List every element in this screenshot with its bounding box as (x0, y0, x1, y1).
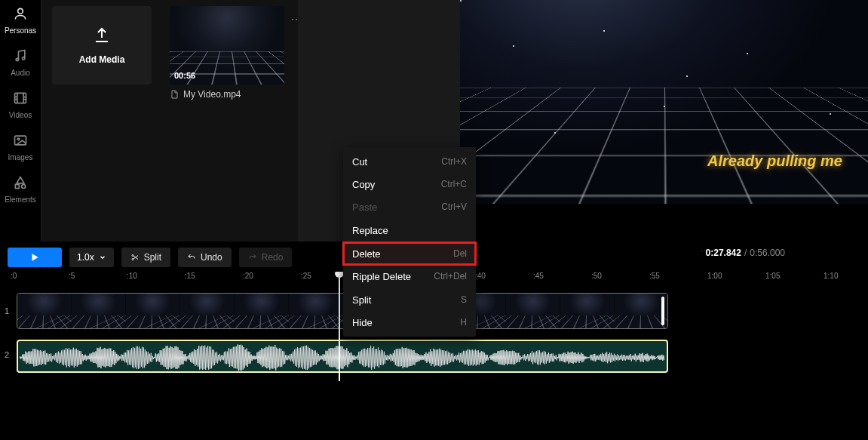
ruler-tick: :5 (69, 272, 75, 280)
current-time: 0:27.842 (706, 248, 741, 258)
menu-item-label: Copy (352, 179, 375, 190)
context-menu: CutCtrl+XCopyCtrl+CPasteCtrl+VReplaceDel… (343, 147, 476, 337)
svg-point-6 (22, 185, 26, 189)
timecode-display: 0:27.842 / 0:56.000 (706, 248, 785, 258)
add-media-button[interactable]: Add Media (52, 6, 152, 85)
music-note-icon (13, 48, 28, 66)
menu-item-label: Paste (352, 202, 377, 213)
track-number: 1 (5, 306, 9, 315)
waveform (20, 343, 665, 373)
film-icon (13, 91, 28, 108)
clip-trim-handle-right[interactable] (661, 297, 664, 325)
menu-item-shortcut: Del (453, 248, 467, 259)
context-menu-item-ripple-delete[interactable]: Ripple DeleteCtrl+Del (343, 265, 476, 288)
undo-label: Undo (201, 252, 222, 263)
menu-item-label: Split (352, 294, 371, 306)
shapes-icon (13, 175, 28, 192)
ruler-tick: :25 (301, 272, 311, 280)
media-thumbnail: 00:56 (170, 6, 284, 85)
menu-item-label: Cut (352, 156, 367, 168)
image-icon (13, 133, 28, 150)
svg-point-2 (22, 57, 24, 60)
ruler-tick: 1:05 (765, 272, 780, 280)
sidebar-item-personas[interactable]: Personas (5, 6, 36, 35)
ruler-tick: :0 (11, 272, 17, 280)
split-label: Split (144, 252, 161, 263)
sidebar-item-videos[interactable]: Videos (9, 91, 32, 119)
context-menu-item-split[interactable]: SplitS (343, 288, 476, 311)
sidebar-item-images[interactable]: Images (8, 133, 33, 162)
menu-item-shortcut: Ctrl+Del (434, 271, 467, 282)
redo-label: Redo (262, 252, 284, 263)
svg-point-9 (132, 259, 133, 260)
split-button[interactable]: Split (121, 248, 170, 267)
menu-item-shortcut: Ctrl+V (441, 202, 467, 212)
context-menu-item-delete[interactable]: DeleteDel (343, 242, 476, 265)
file-icon (170, 90, 179, 99)
svg-point-1 (16, 58, 18, 60)
media-item[interactable]: 00:56 My Video.mp4 ⋮ (170, 6, 284, 100)
duration-badge: 00:56 (174, 71, 195, 80)
ruler-tick: :10 (127, 272, 137, 280)
sidebar-label: Audio (11, 69, 30, 77)
sidebar-item-elements[interactable]: Elements (5, 175, 36, 204)
sidebar-label: Elements (5, 195, 36, 204)
menu-item-shortcut: S (461, 294, 467, 305)
video-clip[interactable] (17, 293, 668, 329)
undo-icon (187, 253, 196, 262)
add-media-label: Add Media (79, 54, 125, 65)
ruler-tick: :45 (533, 272, 544, 280)
upload-icon (93, 26, 111, 47)
play-button[interactable] (8, 248, 62, 267)
svg-point-5 (17, 138, 20, 140)
context-menu-item-cut[interactable]: CutCtrl+X (343, 150, 476, 173)
ruler-tick: :20 (243, 272, 253, 280)
sidebar-item-audio[interactable]: Audio (11, 48, 30, 77)
context-menu-item-paste: PasteCtrl+V (343, 195, 476, 218)
menu-item-label: Hide (352, 317, 373, 328)
audio-clip[interactable] (17, 340, 668, 373)
preview-viewport[interactable]: Already pulling me (460, 0, 868, 204)
menu-item-label: Ripple Delete (352, 271, 411, 282)
svg-rect-7 (15, 185, 19, 189)
undo-button[interactable]: Undo (178, 248, 232, 267)
ruler-tick: 1:10 (824, 272, 838, 280)
ruler-tick: 1:00 (707, 272, 722, 280)
svg-rect-4 (14, 136, 26, 145)
chevron-down-icon (99, 254, 106, 261)
sidebar-label: Images (8, 153, 33, 162)
redo-button: Redo (239, 248, 293, 267)
context-menu-item-hide[interactable]: HideH (343, 311, 476, 334)
svg-point-8 (132, 255, 133, 257)
left-sidebar: Personas Audio Videos Images Elements (0, 0, 41, 242)
menu-item-shortcut: Ctrl+X (441, 156, 467, 167)
menu-item-shortcut: Ctrl+C (441, 179, 467, 189)
context-menu-item-replace[interactable]: Replace (343, 219, 476, 242)
speed-value: 1.0x (77, 252, 94, 263)
sidebar-label: Personas (5, 26, 36, 35)
media-filename: My Video.mp4 (170, 89, 284, 100)
play-icon (29, 252, 40, 263)
speed-selector[interactable]: 1.0x (69, 248, 114, 267)
ruler-tick: :50 (591, 272, 602, 280)
svg-point-0 (18, 8, 23, 14)
ruler-tick: :15 (185, 272, 195, 280)
context-menu-item-copy[interactable]: CopyCtrl+C (343, 173, 476, 195)
menu-item-label: Replace (352, 225, 388, 236)
media-panel: Add Media 00:56 My Video.mp4 ⋮ (41, 0, 298, 242)
preview-subtitle: Already pulling me (707, 152, 842, 170)
person-icon (13, 6, 28, 23)
ruler-tick: :40 (475, 272, 486, 280)
sidebar-label: Videos (9, 111, 32, 119)
track-number: 2 (5, 350, 9, 359)
svg-rect-3 (15, 93, 26, 103)
menu-item-label: Delete (352, 248, 381, 260)
redo-icon (248, 253, 257, 262)
total-duration: 0:56.000 (750, 248, 785, 258)
ruler-tick: :55 (649, 272, 660, 280)
playhead[interactable] (339, 275, 340, 381)
scissors-icon (130, 253, 140, 262)
menu-item-shortcut: H (460, 317, 467, 328)
